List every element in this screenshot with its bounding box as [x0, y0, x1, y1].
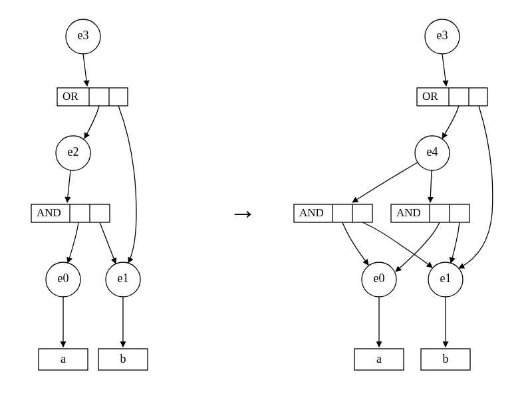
- label-a: a: [61, 352, 66, 365]
- edge-e4-andL: [352, 162, 418, 202]
- label-e3-r: e3: [437, 29, 448, 42]
- transform-arrow-icon: →: [229, 198, 257, 228]
- edge-e2-and: [67, 170, 70, 202]
- edge-andR-e0: [396, 222, 440, 272]
- label-e2: e2: [68, 145, 79, 158]
- label-e3: e3: [78, 29, 89, 42]
- and-label: AND: [37, 206, 61, 219]
- and-node: AND: [31, 204, 110, 222]
- label-a-r: a: [376, 352, 382, 365]
- and-right-label: AND: [396, 206, 421, 219]
- edge-or-e1-r: [459, 106, 493, 268]
- edge-and-e1: [100, 222, 116, 264]
- edge-andL-e0: [342, 222, 368, 265]
- label-e1: e1: [118, 272, 129, 285]
- edge-andL-e1: [362, 222, 432, 268]
- edge-and-e0: [68, 222, 78, 263]
- or-label: OR: [63, 90, 78, 103]
- and-right-node: AND: [391, 204, 469, 222]
- label-e1-r: e1: [440, 272, 452, 285]
- edge-or-e4: [442, 106, 459, 138]
- or-node: OR: [57, 88, 128, 106]
- left-graph: e3 OR e2 AND e0 e1 a b: [31, 19, 148, 370]
- and-left-label: AND: [299, 206, 324, 219]
- right-graph: e3 OR e4 AND AND e0 e1: [294, 19, 493, 370]
- label-e4: e4: [427, 145, 438, 158]
- edge-andR-e1: [451, 222, 460, 263]
- and-left-node: AND: [294, 204, 372, 222]
- label-b: b: [120, 352, 126, 365]
- diagram: e3 OR e2 AND e0 e1 a b: [0, 0, 532, 414]
- edge-e3-or-r: [442, 54, 446, 86]
- edge-e3-or: [83, 54, 87, 86]
- edge-or-e1: [118, 106, 136, 263]
- label-e0: e0: [58, 272, 69, 285]
- edge-or-e2: [84, 106, 99, 138]
- label-e0-r: e0: [374, 272, 385, 285]
- edge-e4-andR: [430, 170, 432, 202]
- or-node-r: OR: [417, 88, 487, 106]
- or-label-r: OR: [422, 90, 438, 103]
- label-b-r: b: [443, 352, 449, 365]
